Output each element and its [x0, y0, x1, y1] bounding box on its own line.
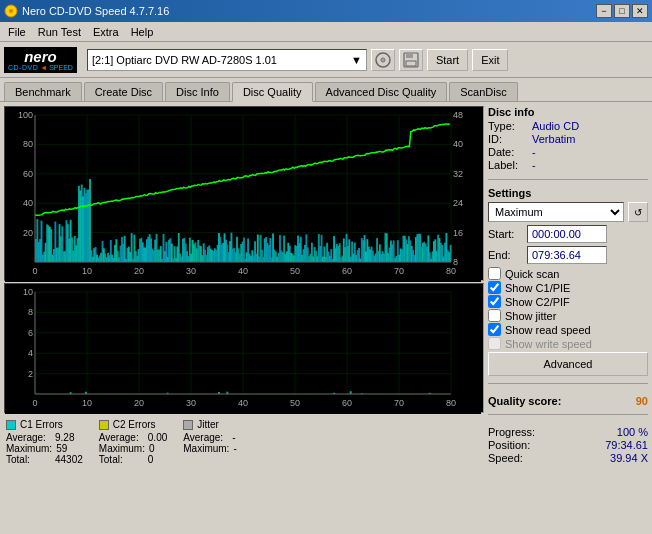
end-input[interactable]: [527, 246, 607, 264]
show-jitter-checkbox[interactable]: [488, 309, 501, 322]
c2-color-box: [99, 420, 109, 430]
window-controls: − □ ✕: [596, 4, 648, 18]
quick-scan-label: Quick scan: [505, 268, 559, 280]
c1-color-box: [6, 420, 16, 430]
tab-disc-quality[interactable]: Disc Quality: [232, 82, 313, 102]
divider-1: [488, 179, 648, 180]
date-value: -: [532, 146, 536, 158]
tab-create-disc[interactable]: Create Disc: [84, 82, 163, 101]
quick-scan-row: Quick scan: [488, 267, 648, 280]
app-icon: [4, 4, 18, 18]
show-c2-row: Show C2/PIF: [488, 295, 648, 308]
show-write-speed-checkbox[interactable]: [488, 337, 501, 350]
settings-speed-row: Maximum 4x 8x ↺: [488, 202, 648, 222]
chart-legend: C1 Errors Average: 9.28 Maximum: 59 Tota…: [4, 415, 484, 469]
start-button[interactable]: Start: [427, 49, 468, 71]
quick-scan-checkbox[interactable]: [488, 267, 501, 280]
show-read-speed-checkbox[interactable]: [488, 323, 501, 336]
show-c2-checkbox[interactable]: [488, 295, 501, 308]
c1-label: C1 Errors: [20, 419, 63, 430]
jitter-color-box: [183, 420, 193, 430]
disc-label-row: Label: -: [488, 159, 648, 171]
show-read-speed-row: Show read speed: [488, 323, 648, 336]
legend-c1: C1 Errors Average: 9.28 Maximum: 59 Tota…: [6, 419, 83, 465]
c1-max-row: Maximum: 59: [6, 443, 83, 454]
id-value: Verbatim: [532, 133, 575, 145]
c2-avg-row: Average: 0.00: [99, 432, 167, 443]
window-title: Nero CD-DVD Speed 4.7.7.16: [22, 5, 169, 17]
show-c1-checkbox[interactable]: [488, 281, 501, 294]
show-jitter-row: Show jitter: [488, 309, 648, 322]
quality-row: Quality score: 90: [488, 395, 648, 407]
chart-area: C1 Errors Average: 9.28 Maximum: 59 Tota…: [4, 106, 484, 526]
tab-benchmark[interactable]: Benchmark: [4, 82, 82, 101]
position-value: 79:34.61: [605, 439, 648, 451]
title-bar: Nero CD-DVD Speed 4.7.7.16 − □ ✕: [0, 0, 652, 22]
start-input[interactable]: [527, 225, 607, 243]
legend-jitter: Jitter Average: - Maximum: -: [183, 419, 236, 465]
show-c1-row: Show C1/PIE: [488, 281, 648, 294]
end-row: End:: [488, 246, 648, 264]
start-row: Start:: [488, 225, 648, 243]
date-label: Date:: [488, 146, 528, 158]
svg-rect-7: [406, 61, 416, 66]
show-write-speed-row: Show write speed: [488, 337, 648, 350]
close-button[interactable]: ✕: [632, 4, 648, 18]
speed-select[interactable]: Maximum 4x 8x: [488, 202, 624, 222]
quality-label: Quality score:: [488, 395, 561, 407]
advanced-button[interactable]: Advanced: [488, 352, 648, 376]
type-label: Type:: [488, 120, 528, 132]
disc-icon-button[interactable]: [371, 49, 395, 71]
save-icon-button[interactable]: [399, 49, 423, 71]
label-value: -: [532, 159, 536, 171]
disc-info-title: Disc info: [488, 106, 648, 118]
end-label: End:: [488, 249, 523, 261]
menu-bar: File Run Test Extra Help: [0, 22, 652, 42]
menu-extra[interactable]: Extra: [87, 25, 125, 39]
disc-id-row: ID: Verbatim: [488, 133, 648, 145]
tab-bar: Benchmark Create Disc Disc Info Disc Qua…: [0, 78, 652, 102]
show-write-speed-label: Show write speed: [505, 338, 592, 350]
position-row: Position: 79:34.61: [488, 439, 648, 451]
disc-date-row: Date: -: [488, 146, 648, 158]
c1-total-row: Total: 44302: [6, 454, 83, 465]
exit-button[interactable]: Exit: [472, 49, 508, 71]
refresh-button[interactable]: ↺: [628, 202, 648, 222]
nero-logo: nero CD-DVD ◄ SPEED: [4, 47, 77, 73]
c2-label: C2 Errors: [113, 419, 156, 430]
menu-run-test[interactable]: Run Test: [32, 25, 87, 39]
type-value: Audio CD: [532, 120, 579, 132]
minimize-button[interactable]: −: [596, 4, 612, 18]
show-c1-label: Show C1/PIE: [505, 282, 570, 294]
tab-disc-info[interactable]: Disc Info: [165, 82, 230, 101]
svg-point-1: [9, 9, 13, 13]
bottom-chart: [4, 283, 484, 413]
svg-rect-6: [406, 53, 413, 58]
label-label: Label:: [488, 159, 528, 171]
progress-section: Progress: 100 % Position: 79:34.61 Speed…: [488, 426, 648, 465]
right-panel: Disc info Type: Audio CD ID: Verbatim Da…: [488, 106, 648, 526]
show-read-speed-label: Show read speed: [505, 324, 591, 336]
id-label: ID:: [488, 133, 528, 145]
menu-help[interactable]: Help: [125, 25, 160, 39]
speed-value: 39.94 X: [610, 452, 648, 464]
show-jitter-label: Show jitter: [505, 310, 556, 322]
jitter-max-row: Maximum: -: [183, 443, 236, 454]
maximize-button[interactable]: □: [614, 4, 630, 18]
drive-selector[interactable]: [2:1] Optiarc DVD RW AD-7280S 1.01 ▼: [87, 49, 367, 71]
menu-file[interactable]: File: [2, 25, 32, 39]
position-label: Position:: [488, 439, 530, 451]
disc-info-section: Disc info Type: Audio CD ID: Verbatim Da…: [488, 106, 648, 172]
progress-value: 100 %: [617, 426, 648, 438]
main-content: C1 Errors Average: 9.28 Maximum: 59 Tota…: [0, 102, 652, 530]
tab-advanced-disc-quality[interactable]: Advanced Disc Quality: [315, 82, 448, 101]
top-chart: [4, 106, 484, 281]
speed-label: Speed:: [488, 452, 523, 464]
progress-label: Progress:: [488, 426, 535, 438]
disc-type-row: Type: Audio CD: [488, 120, 648, 132]
tab-scan-disc[interactable]: ScanDisc: [449, 82, 517, 101]
progress-row: Progress: 100 %: [488, 426, 648, 438]
c2-max-row: Maximum: 0: [99, 443, 167, 454]
show-c2-label: Show C2/PIF: [505, 296, 570, 308]
divider-2: [488, 383, 648, 384]
